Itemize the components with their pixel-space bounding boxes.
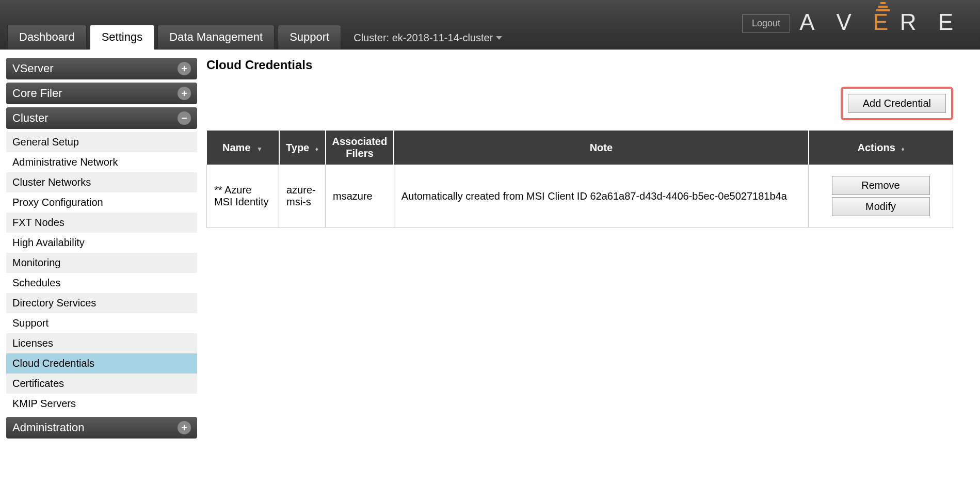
collapse-icon: − [178, 111, 191, 125]
logout-button[interactable]: Logout [742, 14, 790, 33]
remove-button[interactable]: Remove [832, 176, 930, 195]
cell-actions: Remove Modify [809, 165, 953, 228]
tab-support[interactable]: Support [278, 25, 341, 49]
add-credential-highlight: Add Credential [841, 87, 953, 120]
column-header-label: Note [590, 142, 613, 153]
brand-letter: V [837, 9, 864, 35]
column-header-label: Name [222, 142, 250, 153]
sort-icon: ♦ [315, 145, 318, 153]
column-header-name[interactable]: Name ▼ [207, 131, 279, 165]
modify-button[interactable]: Modify [832, 197, 930, 216]
sort-icon: ♦ [901, 145, 904, 153]
sidebar-item-monitoring[interactable]: Monitoring [6, 253, 197, 273]
brand-letter: E [938, 9, 966, 35]
column-header-associated-filers[interactable]: Associated Filers [326, 131, 394, 165]
expand-icon: + [178, 87, 191, 100]
sidebar-item-administrative-network[interactable]: Administrative Network [6, 152, 197, 172]
sidebar-item-cloud-credentials[interactable]: Cloud Credentials [6, 353, 197, 374]
cell-associated-filers: msazure [326, 165, 394, 228]
sidebar-item-high-availability[interactable]: High Availability [6, 233, 197, 253]
column-header-note[interactable]: Note [394, 131, 808, 165]
sidebar: VServer + Core Filer + Cluster − General… [6, 58, 197, 442]
column-header-label: Associated Filers [332, 136, 388, 159]
expand-icon: + [178, 421, 191, 434]
sort-desc-icon: ▼ [256, 145, 263, 153]
cluster-selector[interactable]: Cluster: ek-2018-11-14-cluster [354, 32, 502, 44]
sidebar-section-cluster[interactable]: Cluster − [6, 107, 197, 129]
tab-dashboard[interactable]: Dashboard [7, 25, 87, 49]
sidebar-item-licenses[interactable]: Licenses [6, 333, 197, 353]
brand-letter-e: E [873, 9, 891, 35]
chevron-down-icon [496, 36, 502, 40]
tab-data-management[interactable]: Data Management [157, 25, 275, 49]
cell-name: ** Azure MSI Identity [207, 165, 279, 228]
column-header-actions[interactable]: Actions ♦ [809, 131, 953, 165]
sidebar-section-vserver[interactable]: VServer + [6, 58, 197, 79]
tab-settings[interactable]: Settings [90, 25, 155, 50]
column-header-label: Actions [857, 142, 895, 153]
sidebar-item-certificates[interactable]: Certificates [6, 374, 197, 394]
brand-accent-icon [876, 2, 890, 11]
cell-type: azure-msi-s [279, 165, 326, 228]
sidebar-item-directory-services[interactable]: Directory Services [6, 293, 197, 313]
sidebar-item-schedules[interactable]: Schedules [6, 273, 197, 293]
credentials-table: Name ▼ Type ♦ Associated Filers Note Act [206, 131, 953, 228]
page-title: Cloud Credentials [206, 58, 953, 72]
sidebar-section-label: VServer [12, 62, 53, 75]
content-wrap: VServer + Core Filer + Cluster − General… [0, 50, 980, 450]
add-credential-button[interactable]: Add Credential [848, 94, 946, 113]
sidebar-item-cluster-networks[interactable]: Cluster Networks [6, 172, 197, 192]
sidebar-section-corefiler[interactable]: Core Filer + [6, 83, 197, 104]
sidebar-item-general-setup[interactable]: General Setup [6, 132, 197, 152]
main-content: Cloud Credentials Add Credential Name ▼ … [206, 58, 974, 228]
brand-letter: R [900, 9, 929, 35]
top-bar: Logout A V E R E Dashboard Settings Data… [0, 0, 980, 50]
sidebar-cluster-items: General Setup Administrative Network Clu… [6, 132, 197, 414]
sidebar-item-support[interactable]: Support [6, 313, 197, 333]
sidebar-section-label: Administration [12, 421, 84, 434]
cell-note: Automatically created from MSI Client ID… [394, 165, 808, 228]
table-row: ** Azure MSI Identity azure-msi-s msazur… [207, 165, 953, 228]
sidebar-item-kmip-servers[interactable]: KMIP Servers [6, 394, 197, 414]
tab-row: Dashboard Settings Data Management Suppo… [0, 24, 502, 49]
brand-letter: A [799, 9, 827, 35]
sidebar-item-fxt-nodes[interactable]: FXT Nodes [6, 213, 197, 233]
expand-icon: + [178, 62, 191, 75]
sidebar-item-proxy-configuration[interactable]: Proxy Configuration [6, 192, 197, 213]
sidebar-section-administration[interactable]: Administration + [6, 417, 197, 439]
sidebar-section-label: Core Filer [12, 87, 62, 100]
cluster-selector-label: Cluster: ek-2018-11-14-cluster [354, 32, 493, 44]
sidebar-section-label: Cluster [12, 111, 49, 125]
column-header-label: Type [286, 142, 309, 153]
add-credential-row: Add Credential [206, 87, 953, 120]
column-header-type[interactable]: Type ♦ [279, 131, 326, 165]
brand-logo: A V E R E [799, 9, 966, 35]
